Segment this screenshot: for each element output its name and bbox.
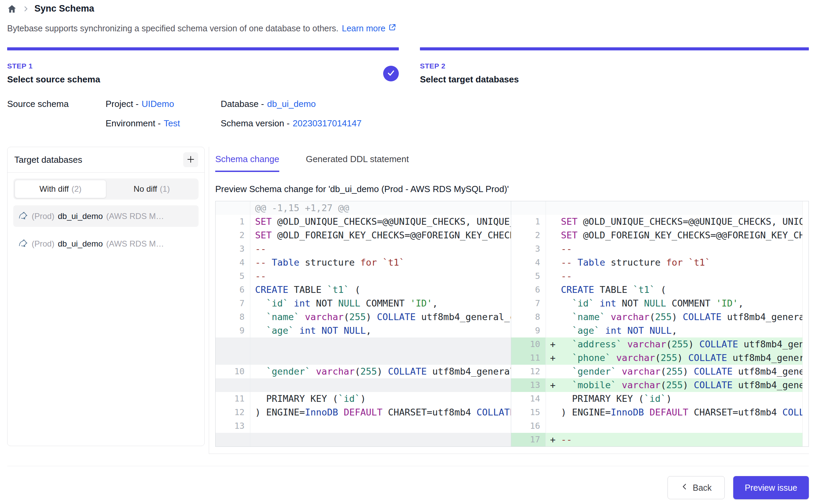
breadcrumb: Sync Schema [7,3,94,14]
diff-row [216,351,511,365]
code-line: + `mobile` varchar(255) COLLATE utf8mb4_… [546,378,809,392]
with-diff-count: (2) [72,184,81,194]
description-text: Bytebase supports synchronizing a specif… [7,23,339,33]
diff-row: 5-- [216,269,511,283]
chevron-right-icon [22,5,29,12]
code-line [250,433,511,446]
db-env-label: (Prod) [32,239,54,249]
code-line [250,419,511,433]
step1-title: Select source schema [7,74,100,85]
code-line: PRIMARY KEY (`id`) [546,392,809,406]
line-number: 17 [511,433,546,446]
line-number [216,201,250,215]
line-number [216,351,250,365]
schema-version-link[interactable]: 20230317014147 [293,118,361,129]
db-instance-label: (AWS RDS MySQL Prod) [106,239,167,249]
page-title: Sync Schema [34,3,94,14]
code-line: ) ENGINE=InnoDB DEFAULT CHARSET=utf8mb4 … [250,406,511,419]
line-number: 16 [511,419,546,433]
code-line: `age` int NOT NULL, [250,324,511,337]
code-line: -- [250,242,511,256]
diff-row [216,433,511,446]
vertical-scrollbar[interactable] [802,201,809,446]
target-panel-header: Target databases [7,147,204,173]
code-line: + `address` varchar(255) COLLATE utf8mb4… [546,337,809,351]
diff-row: 4-- Table structure for `t1` [216,256,511,269]
db-instance-label: (AWS RDS MySQL Prod) [106,211,167,221]
line-number: 10 [511,337,546,351]
add-database-button[interactable] [183,152,198,167]
line-number: 1 [511,215,546,229]
tab-no-diff[interactable]: No diff (1) [106,180,197,198]
code-line: ) ENGINE=InnoDB DEFAULT CHARSET=utf8mb4 … [546,406,809,419]
database-link[interactable]: db_ui_demo [267,99,316,109]
db-name: db_ui_demo [58,239,103,249]
diff-left-pane[interactable]: @@ -1,15 +1,27 @@1SET @OLD_UNIQUE_CHECKS… [216,201,511,446]
code-line: `name` varchar(255) COLLATE utf8mb4_gene… [546,310,809,324]
section-bottom-divider [209,454,809,454]
code-line [546,419,809,433]
check-icon [387,68,395,79]
source-schema-summary: Source schema Project - UIDemo Database … [7,99,362,129]
plus-icon [186,155,195,165]
line-number: 7 [216,297,250,310]
database-list-item[interactable]: (Prod) db_ui_demo (AWS RDS MySQL Prod) [13,205,199,227]
footer-divider [7,466,809,466]
tab-schema-change[interactable]: Schema change [215,154,279,172]
line-number: 2 [511,229,546,242]
line-number: 9 [216,324,250,337]
line-number: 5 [511,269,546,283]
home-icon[interactable] [7,4,17,14]
diff-row: 2SET @OLD_FOREIGN_KEY_CHECKS=@@FOREIGN_K… [216,229,511,242]
code-line: -- [546,269,809,283]
learn-more-link[interactable]: Learn more [342,23,396,33]
footer-actions: Back Preview issue [668,476,809,499]
code-line: CREATE TABLE `t1` ( [250,283,511,297]
external-link-icon [388,23,396,33]
line-number: 1 [216,215,250,229]
preview-title: Preview Schema change for 'db_ui_demo (P… [215,184,509,194]
line-number: 15 [511,406,546,419]
diff-row: 16 [511,419,809,433]
code-line: `name` varchar(255) COLLATE utf8mb4_gene… [250,310,511,324]
code-line: CREATE TABLE `t1` ( [546,283,809,297]
code-line: -- Table structure for `t1` [250,256,511,269]
line-number: 3 [216,242,250,256]
source-project: Project - UIDemo [106,99,221,109]
diff-row: 5-- [511,269,809,283]
schema-diff-viewer: @@ -1,15 +1,27 @@1SET @OLD_UNIQUE_CHECKS… [215,201,809,447]
diff-row [511,201,809,215]
diff-row: 10+ `address` varchar(255) COLLATE utf8m… [511,337,809,351]
code-line: SET @OLD_FOREIGN_KEY_CHECKS=@@FOREIGN_KE… [546,229,809,242]
step1-progress-bar [7,47,399,50]
line-number: 3 [511,242,546,256]
line-number: 4 [216,256,250,269]
step2-title: Select target databases [420,74,519,85]
diff-row: 13+ `mobile` varchar(255) COLLATE utf8mb… [511,378,809,392]
diff-row: 11 PRIMARY KEY (`id`) [216,392,511,406]
line-number: 11 [216,392,250,406]
tab-generated-ddl[interactable]: Generated DDL statement [306,154,409,172]
line-number: 11 [511,351,546,365]
project-link[interactable]: UIDemo [142,99,174,109]
step2-header: STEP 2 Select target databases [420,62,519,85]
line-number: 12 [216,406,250,419]
diff-row [216,378,511,392]
diff-right-pane[interactable]: 1SET @OLD_UNIQUE_CHECKS=@@UNIQUE_CHECKS,… [511,201,809,446]
database-list-item[interactable]: (Prod) db_ui_demo (AWS RDS MySQL Prod) [13,233,199,254]
mysql-icon [18,238,28,250]
diff-row: 4-- Table structure for `t1` [511,256,809,269]
code-line: `gender` varchar(255) COLLATE utf8mb4_ge… [250,365,511,378]
tab-with-diff[interactable]: With diff (2) [15,180,106,198]
diff-row: 7 `id` int NOT NULL COMMENT 'ID', [511,297,809,310]
line-number: 13 [511,378,546,392]
line-number: 10 [216,365,250,378]
back-button[interactable]: Back [668,476,725,499]
vertical-divider [209,147,209,454]
code-line: SET @OLD_UNIQUE_CHECKS=@@UNIQUE_CHECKS, … [546,215,809,229]
line-number: 2 [216,229,250,242]
line-number: 4 [511,256,546,269]
environment-link[interactable]: Test [164,118,180,129]
preview-issue-button[interactable]: Preview issue [733,476,809,499]
line-number [216,337,250,351]
